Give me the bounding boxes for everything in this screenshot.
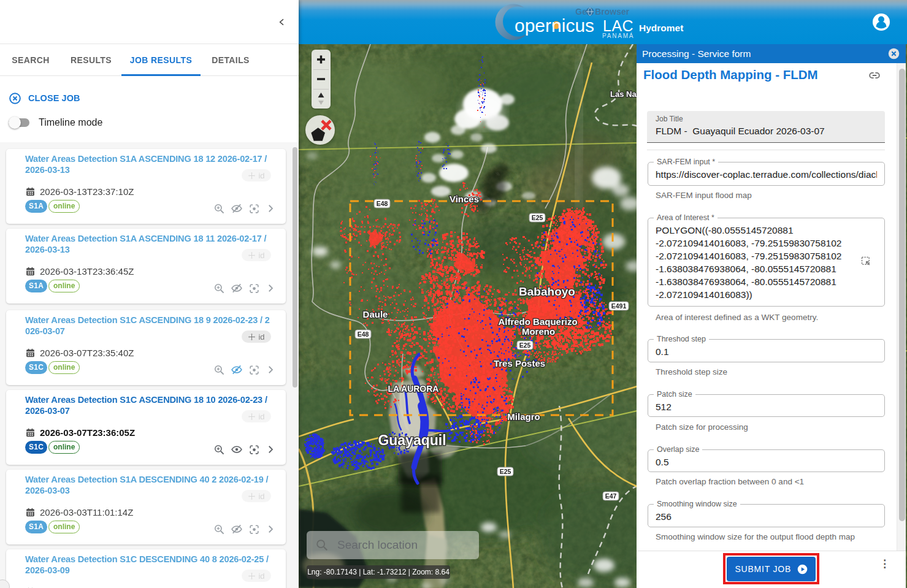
svg-text:Babahoyo: Babahoyo xyxy=(519,285,575,298)
svg-text:Ge: Ge xyxy=(575,7,587,17)
svg-text:E48: E48 xyxy=(377,200,388,207)
svg-text:Las Na: Las Na xyxy=(610,90,637,99)
svg-text:Tres Postes: Tres Postes xyxy=(494,358,545,368)
svg-text:Hydromet: Hydromet xyxy=(639,23,683,33)
svg-text:Daule: Daule xyxy=(363,309,388,319)
svg-text:Alfredo Baquerizo: Alfredo Baquerizo xyxy=(498,316,577,327)
svg-text:Guayaquil: Guayaquil xyxy=(378,432,446,448)
svg-text:LAC: LAC xyxy=(603,17,633,34)
svg-text:E48: E48 xyxy=(358,330,369,338)
svg-text:E25: E25 xyxy=(500,468,511,475)
svg-text:E25: E25 xyxy=(519,342,531,349)
svg-text:Vinces: Vinces xyxy=(450,194,479,204)
svg-text:E47: E47 xyxy=(605,492,617,500)
svg-text:opernicus: opernicus xyxy=(515,15,594,36)
svg-text:Moreno: Moreno xyxy=(522,326,555,337)
svg-text:E491: E491 xyxy=(611,302,627,310)
svg-text:Browser: Browser xyxy=(595,7,630,17)
svg-text:Milagro: Milagro xyxy=(507,411,540,422)
svg-text:E25: E25 xyxy=(532,214,543,221)
svg-text:PANAMÁ: PANAMÁ xyxy=(602,32,634,39)
svg-text:LA AURORA: LA AURORA xyxy=(388,384,439,394)
